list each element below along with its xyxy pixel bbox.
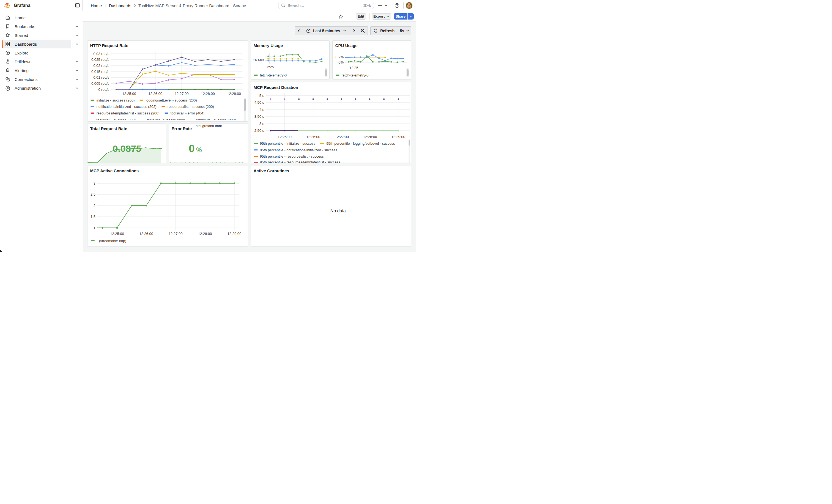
svg-text:3.50 s: 3.50 s: [254, 115, 264, 119]
svg-text:12:27:00: 12:27:00: [175, 91, 188, 96]
svg-text:0: 0: [189, 142, 195, 154]
svg-text:12:27:00: 12:27:00: [168, 232, 182, 236]
svg-text:%: %: [196, 147, 202, 154]
svg-text:4.50 s: 4.50 s: [254, 101, 264, 105]
svg-text:0.005 req/s: 0.005 req/s: [91, 81, 109, 85]
svg-text:2.5: 2.5: [90, 192, 95, 196]
svg-text:12:26:00: 12:26:00: [139, 232, 153, 236]
svg-text:0.02 req/s: 0.02 req/s: [93, 63, 109, 68]
svg-text:12:26:00: 12:26:00: [148, 91, 162, 96]
svg-text:0.2%: 0.2%: [335, 55, 344, 59]
svg-text:2: 2: [93, 203, 95, 207]
svg-text:3 s: 3 s: [259, 122, 264, 126]
svg-text:12:25: 12:25: [265, 65, 274, 69]
svg-text:0.015 req/s: 0.015 req/s: [91, 69, 109, 74]
svg-text:0%: 0%: [338, 60, 344, 64]
svg-text:3: 3: [93, 181, 95, 185]
svg-text:12:25: 12:25: [349, 66, 358, 70]
svg-text:12:28:00: 12:28:00: [198, 232, 212, 236]
svg-text:4 s: 4 s: [259, 108, 264, 112]
svg-text:12:28:00: 12:28:00: [363, 135, 377, 139]
svg-text:0.01 req/s: 0.01 req/s: [93, 75, 109, 80]
svg-text:12:29:00: 12:29:00: [227, 91, 241, 96]
svg-text:12:25:00: 12:25:00: [122, 91, 136, 96]
svg-text:1.5: 1.5: [90, 215, 95, 219]
svg-text:12:28:00: 12:28:00: [201, 91, 215, 96]
svg-text:12:25:00: 12:25:00: [110, 232, 124, 236]
svg-text:5 s: 5 s: [259, 94, 264, 98]
svg-text:12:27:00: 12:27:00: [335, 135, 349, 139]
svg-text:0.03 req/s: 0.03 req/s: [93, 51, 109, 56]
svg-text:12:26:00: 12:26:00: [306, 135, 320, 139]
svg-text:0 req/s: 0 req/s: [98, 87, 109, 91]
svg-text:12:29:00: 12:29:00: [391, 135, 405, 139]
svg-text:12:25:00: 12:25:00: [278, 135, 292, 139]
svg-text:2.50 s: 2.50 s: [254, 129, 264, 133]
svg-text:0.025 req/s: 0.025 req/s: [91, 57, 109, 62]
svg-text:12:29:00: 12:29:00: [227, 232, 241, 236]
svg-text:16 MiB: 16 MiB: [253, 58, 264, 62]
svg-text:0.0875: 0.0875: [112, 143, 141, 154]
svg-text:1: 1: [93, 226, 95, 230]
